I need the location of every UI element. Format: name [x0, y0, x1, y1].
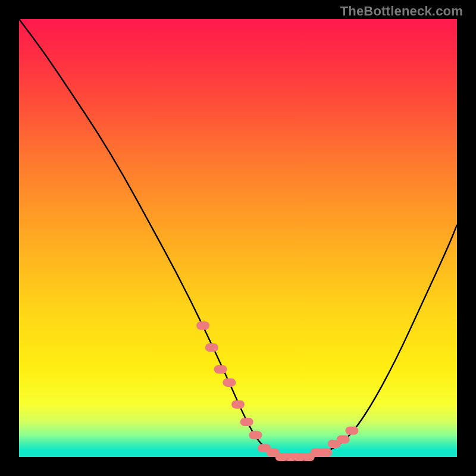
- highlight-markers: [196, 321, 358, 461]
- highlight-marker: [345, 427, 358, 435]
- bottleneck-curve-svg: [19, 19, 457, 457]
- highlight-marker: [240, 418, 253, 426]
- chart-plot-area: [19, 19, 457, 457]
- highlight-marker: [205, 343, 218, 352]
- highlight-marker: [337, 436, 350, 444]
- highlight-marker: [231, 400, 245, 409]
- watermark-label: TheBottleneck.com: [340, 4, 463, 19]
- highlight-marker: [223, 378, 236, 387]
- highlight-marker: [196, 321, 209, 330]
- highlight-marker: [249, 431, 262, 439]
- highlight-marker: [214, 365, 227, 374]
- bottleneck-curve-path: [19, 19, 457, 457]
- highlight-marker: [319, 449, 332, 457]
